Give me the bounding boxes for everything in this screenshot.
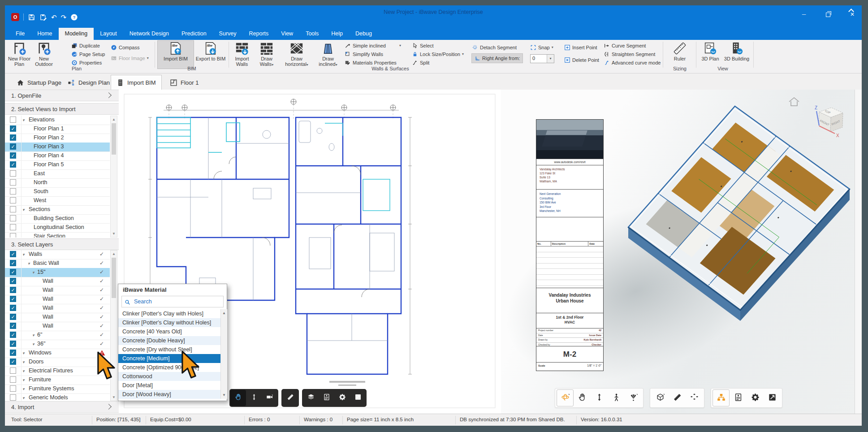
menu-tab-file[interactable]: File <box>9 28 31 40</box>
view-row-west-9[interactable]: West <box>5 196 110 206</box>
restore-button[interactable] <box>821 10 835 19</box>
checkbox-checked[interactable]: ✓ <box>10 161 16 168</box>
layer-row-wall-7[interactable]: ✓Wall✓ <box>5 313 110 322</box>
layer-row-wall-4[interactable]: ✓Wall✓ <box>5 286 110 295</box>
snap-button[interactable]: Snap▾ <box>530 43 553 51</box>
checkbox-checked[interactable]: ✓ <box>10 152 16 159</box>
material-item-door-metal[interactable]: Door [Metal] <box>118 381 220 390</box>
hierarchy-button[interactable] <box>713 389 730 406</box>
checkbox-unchecked[interactable] <box>10 117 16 123</box>
vertical-range-button[interactable] <box>591 389 608 406</box>
checkbox-unchecked[interactable] <box>10 197 16 203</box>
menu-tab-network-design[interactable]: Network Design <box>123 28 175 40</box>
curve-segment-button[interactable]: Curve Segment <box>604 42 646 49</box>
material-search-input[interactable] <box>133 298 220 305</box>
layer-row-15-2[interactable]: ✓▾15"✓ <box>5 268 110 277</box>
ruler-button[interactable] <box>282 390 298 406</box>
checkbox-checked[interactable]: ✓ <box>10 323 16 329</box>
collapsed-side-panel[interactable] <box>855 90 862 414</box>
checkbox-unchecked[interactable] <box>10 394 16 401</box>
layer-row-wall-3[interactable]: ✓Wall✓ <box>5 277 110 286</box>
3d-building-button[interactable]: 3D Building <box>723 41 751 69</box>
material-item-concrete-double-heavy[interactable]: Concrete [Double Heavy] <box>118 336 220 345</box>
view-row-floor-plan-4-4[interactable]: ✓Floor Plan 4 <box>5 151 110 161</box>
right-angle-value-input[interactable]: 0▾ <box>530 54 554 63</box>
checkbox-checked[interactable]: ✓ <box>10 278 16 284</box>
wizard-step-import[interactable]: 4. Import <box>5 401 119 413</box>
collapse-arrow-icon[interactable]: ▾ <box>22 369 25 373</box>
checkbox-unchecked[interactable] <box>10 367 16 374</box>
collapse-arrow-icon[interactable]: ▾ <box>22 396 25 400</box>
delete-point-button[interactable]: Delete Point <box>564 56 599 64</box>
layer-row-wall-6[interactable]: ✓Wall✓ <box>5 304 110 313</box>
menu-tab-home[interactable]: Home <box>31 28 58 40</box>
material-item-door-wood-heavy[interactable]: Door [Wood Heavy] <box>118 390 220 399</box>
checkbox-unchecked[interactable] <box>10 233 16 238</box>
ruler-button[interactable] <box>669 389 686 406</box>
page-setup-button[interactable]: Page Setup <box>71 50 105 58</box>
duplicate-button[interactable]: Duplicate <box>71 42 100 49</box>
checkbox-unchecked[interactable] <box>10 179 16 186</box>
collapse-arrow-icon[interactable]: ▾ <box>22 387 25 391</box>
view-row-stair-section-13[interactable]: Stair Section <box>5 232 110 238</box>
layer-row-furniture-14[interactable]: ▾Furniture <box>5 376 110 385</box>
checkbox-unchecked[interactable] <box>10 206 16 212</box>
menu-tab-help[interactable]: Help <box>325 28 349 40</box>
menu-tab-survey[interactable]: Survey <box>213 28 243 40</box>
straighten-segment-button[interactable]: Straighten Segment <box>604 50 655 58</box>
detach-segment-button[interactable]: Detach Segment <box>472 43 517 51</box>
checkbox-checked[interactable]: ✓ <box>10 305 16 311</box>
view-row-east-6[interactable]: East <box>5 169 110 179</box>
menu-tab-debug[interactable]: Debug <box>349 28 378 40</box>
material-item-cottonwood[interactable]: Cottonwood <box>118 372 220 381</box>
view-row-floor-plan-5-5[interactable]: ✓Floor Plan 5 <box>5 160 110 170</box>
menu-tab-view[interactable]: View <box>275 28 299 40</box>
checkbox-checked[interactable]: ✓ <box>10 332 16 338</box>
checkbox-checked[interactable]: ✓ <box>10 134 16 141</box>
explode-button[interactable] <box>686 389 703 406</box>
wizard-step-select-views[interactable]: 2. Select Views to Import <box>5 103 119 115</box>
collapse-arrow-icon[interactable]: ▾ <box>32 270 35 275</box>
view-row-building-section-11[interactable]: Building Section <box>5 214 110 224</box>
collapse-arrow-icon[interactable]: ▾ <box>28 261 30 266</box>
draw-inclined-button[interactable]: Draw inclined▾ <box>314 41 342 69</box>
layer-row-windows-11[interactable]: ✓▾Windows <box>5 349 110 358</box>
doc-tab-design-plan[interactable]: Design Plan <box>62 76 115 89</box>
checkbox-unchecked[interactable] <box>10 215 16 221</box>
checkbox-unchecked[interactable] <box>10 224 16 230</box>
pan-hand-button[interactable] <box>574 389 591 406</box>
lock-size-position-button[interactable]: Lock Size/Position▾ <box>412 50 464 58</box>
menu-tab-modeling[interactable]: Modeling <box>59 28 94 40</box>
collapse-arrow-icon[interactable]: ▾ <box>22 351 25 355</box>
collapse-arrow-icon[interactable]: ▾ <box>22 118 25 122</box>
field-of-view-button[interactable] <box>625 389 642 406</box>
collapse-arrow-icon[interactable]: ▾ <box>22 360 25 364</box>
properties-panel-button[interactable] <box>319 390 334 406</box>
expand-view-button[interactable] <box>764 389 781 406</box>
layer-row-wall-8[interactable]: ✓Wall✓ <box>5 322 110 331</box>
wizard-step-select-layers[interactable]: 3. Select Layers <box>5 238 119 250</box>
material-item-concrete-medium[interactable]: Concrete [Medium] <box>118 354 220 363</box>
floor-image-button[interactable]: Floor Image▾ <box>111 54 149 62</box>
view-row-floor-plan-3-3[interactable]: ✓Floor Plan 3 <box>5 143 110 152</box>
doc-tab-startup-page[interactable]: Startup Page <box>11 76 67 89</box>
minimize-button[interactable]: ─ <box>797 10 811 19</box>
view-row-sections-10[interactable]: ▾Sections <box>5 205 110 215</box>
layer-row-electrical-fixtures-13[interactable]: ▾Electrical Fixtures <box>5 367 110 376</box>
material-scrollbar[interactable]: ▲▼ <box>220 309 227 399</box>
checkbox-unchecked[interactable] <box>10 385 16 392</box>
view-row-south-8[interactable]: South <box>5 187 110 197</box>
collapse-arrow-icon[interactable]: ▾ <box>22 252 25 257</box>
material-item-concrete-40-years-old[interactable]: Concrete [40 Years Old] <box>118 327 220 336</box>
layer-row-6-9[interactable]: ✓▾6"✓ <box>5 331 110 340</box>
wizard-step-openfile[interactable]: 1. OpenFile <box>5 90 119 101</box>
material-search-box[interactable] <box>121 296 224 307</box>
camera-button[interactable] <box>262 390 277 406</box>
simple-inclined-button[interactable]: Simple inclined▾ <box>345 42 401 49</box>
menu-tab-prediction[interactable]: Prediction <box>175 28 213 40</box>
dropdown-arrow-icon[interactable]: ▾ <box>547 55 554 63</box>
walk-person-button[interactable] <box>608 389 625 406</box>
doc-tab-import-bim[interactable]: Import BIM <box>111 75 162 90</box>
collapse-ribbon-icon[interactable] <box>849 9 854 14</box>
layer-row-wall-5[interactable]: ✓Wall✓ <box>5 295 110 304</box>
